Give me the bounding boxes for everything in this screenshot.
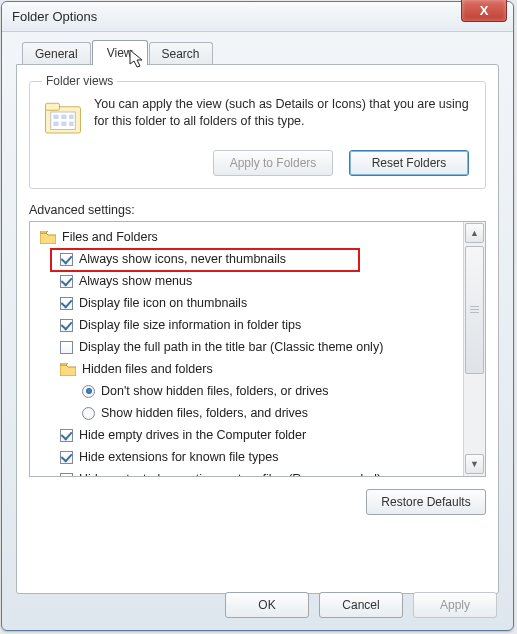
folder-icon: [40, 231, 56, 244]
radio-icon[interactable]: [82, 385, 95, 398]
tree-item-hide-protected-os-files[interactable]: Hide protected operating system files (R…: [34, 468, 459, 476]
tree-item-display-full-path[interactable]: Display the full path in the title bar (…: [34, 336, 459, 358]
tree-group-files-and-folders[interactable]: Files and Folders: [34, 226, 459, 248]
cancel-button[interactable]: Cancel: [319, 592, 403, 618]
folder-views-group: Folder views You can apply the view (suc…: [29, 81, 486, 189]
svg-rect-4: [61, 115, 66, 119]
svg-rect-6: [53, 122, 58, 126]
tree-item-always-show-menus[interactable]: Always show menus: [34, 270, 459, 292]
tree-item-label: Always show icons, never thumbnails: [79, 252, 286, 266]
apply-button[interactable]: Apply: [413, 592, 497, 618]
svg-rect-8: [69, 122, 73, 126]
checkbox-icon[interactable]: [60, 451, 73, 464]
tree-item-label: Display file size information in folder …: [79, 318, 301, 332]
reset-folders-button[interactable]: Reset Folders: [349, 150, 469, 176]
folder-icon: [60, 363, 76, 376]
folder-views-label: Folder views: [42, 74, 117, 88]
vertical-scrollbar[interactable]: ▲ ▼: [463, 222, 485, 476]
apply-to-folders-button[interactable]: Apply to Folders: [213, 150, 333, 176]
svg-rect-5: [69, 115, 73, 119]
tabstrip: General View Search: [16, 40, 499, 65]
checkbox-icon[interactable]: [60, 319, 73, 332]
tree-item-label: Always show menus: [79, 274, 192, 288]
tree-item-always-show-icons[interactable]: Always show icons, never thumbnails: [34, 248, 459, 270]
ok-button[interactable]: OK: [225, 592, 309, 618]
svg-rect-7: [61, 122, 66, 126]
tree-item-label: Hide empty drives in the Computer folder: [79, 428, 306, 442]
tree-group-label: Hidden files and folders: [82, 362, 213, 376]
svg-rect-1: [46, 103, 60, 110]
chevron-down-icon: ▼: [470, 459, 479, 469]
tree-item-label: Display file icon on thumbnails: [79, 296, 247, 310]
checkbox-icon[interactable]: [60, 473, 73, 477]
tree-group-label: Files and Folders: [62, 230, 158, 244]
checkbox-icon[interactable]: [60, 429, 73, 442]
window-title: Folder Options: [12, 9, 97, 24]
close-button[interactable]: X: [461, 0, 507, 22]
tree-item-label: Hide extensions for known file types: [79, 450, 278, 464]
tab-search[interactable]: Search: [149, 42, 213, 65]
advanced-settings-tree[interactable]: Files and Folders Always show icons, nev…: [29, 221, 486, 477]
tree-item-hide-extensions[interactable]: Hide extensions for known file types: [34, 446, 459, 468]
advanced-settings-label: Advanced settings:: [29, 203, 486, 217]
tree-radio-show-hidden[interactable]: Show hidden files, folders, and drives: [34, 402, 459, 424]
tree-item-label: Don't show hidden files, folders, or dri…: [101, 384, 329, 398]
tab-panel-view: Folder views You can apply the view (suc…: [16, 64, 499, 594]
scroll-up-button[interactable]: ▲: [465, 223, 484, 243]
dialog-buttons: OK Cancel Apply: [225, 592, 497, 618]
folder-views-icon: [42, 98, 84, 140]
tree-item-hide-empty-drives[interactable]: Hide empty drives in the Computer folder: [34, 424, 459, 446]
tab-general[interactable]: General: [22, 42, 91, 65]
client-area: General View Search Folder views: [2, 32, 513, 604]
tree-item-label: Hide protected operating system files (R…: [79, 472, 381, 476]
scroll-down-button[interactable]: ▼: [465, 454, 484, 474]
checkbox-icon[interactable]: [60, 341, 73, 354]
tree-item-display-file-size[interactable]: Display file size information in folder …: [34, 314, 459, 336]
chevron-up-icon: ▲: [470, 228, 479, 238]
svg-rect-3: [53, 115, 58, 119]
titlebar[interactable]: Folder Options X: [2, 2, 513, 32]
folder-options-dialog: Folder Options X General View Search Fol…: [1, 1, 514, 631]
tab-view[interactable]: View: [92, 40, 148, 65]
radio-icon[interactable]: [82, 407, 95, 420]
checkbox-icon[interactable]: [60, 275, 73, 288]
tree-content: Files and Folders Always show icons, nev…: [30, 222, 463, 476]
checkbox-icon[interactable]: [60, 297, 73, 310]
tree-item-label: Show hidden files, folders, and drives: [101, 406, 308, 420]
folder-views-description: You can apply the view (such as Details …: [94, 96, 473, 140]
tree-item-label: Display the full path in the title bar (…: [79, 340, 383, 354]
close-icon: X: [480, 3, 489, 18]
tree-item-display-file-icon[interactable]: Display file icon on thumbnails: [34, 292, 459, 314]
checkbox-icon[interactable]: [60, 253, 73, 266]
tree-group-hidden-files[interactable]: Hidden files and folders: [34, 358, 459, 380]
tree-radio-dont-show-hidden[interactable]: Don't show hidden files, folders, or dri…: [34, 380, 459, 402]
scroll-thumb[interactable]: [465, 246, 484, 374]
restore-defaults-button[interactable]: Restore Defaults: [366, 489, 486, 515]
